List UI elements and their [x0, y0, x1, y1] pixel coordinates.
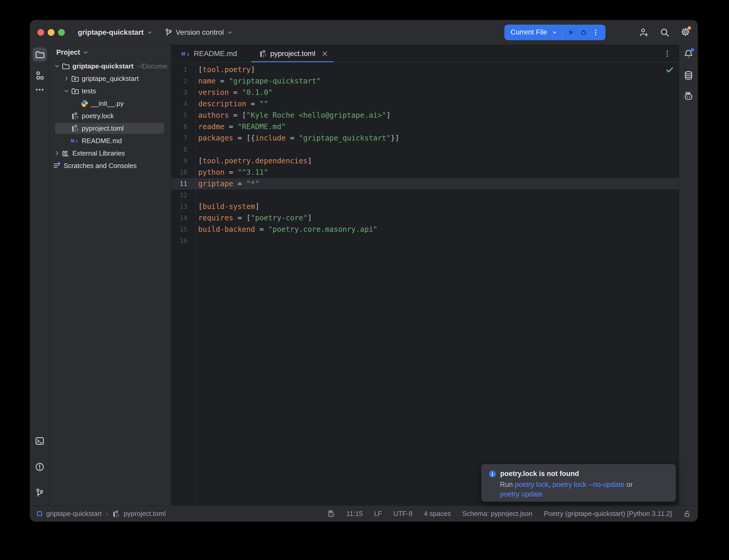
scratches-icon [53, 162, 61, 170]
markdown-icon [71, 138, 79, 144]
problems-tool-button[interactable] [33, 460, 47, 474]
breadcrumb-project[interactable]: griptape-quickstart [46, 510, 102, 518]
tree-item-root[interactable]: griptape-quickstart ~/Docume [50, 60, 171, 72]
tree-item-label: tests [82, 87, 96, 95]
version-control-tool-button[interactable] [33, 486, 47, 500]
ai-assistant-status-icon[interactable] [327, 510, 335, 518]
titlebar-actions [639, 27, 690, 38]
toml-file-icon [71, 112, 79, 120]
json-schema[interactable]: Schema: pyproject.json [462, 510, 532, 518]
notification-text: Run [500, 481, 515, 488]
poetry-lock-no-update-link[interactable]: poetry lock --no-update [553, 481, 625, 488]
more-run-options-icon[interactable] [592, 29, 599, 36]
tree-item-scratches[interactable]: Scratches and Consoles [50, 159, 171, 172]
tree-item-poetry-lock[interactable]: poetry.lock [50, 110, 171, 122]
search-everywhere-icon[interactable] [660, 28, 669, 37]
indent-style[interactable]: 4 spaces [424, 510, 451, 518]
project-panel-title: Project [56, 48, 80, 57]
poetry-update-link[interactable]: poetry update [500, 490, 543, 498]
editor-tab-bar: README.md pyproject.toml [171, 45, 679, 62]
run-button[interactable] [567, 29, 575, 36]
title-bar: griptape-quickstart Version control Curr… [30, 20, 698, 45]
git-branch-icon [164, 28, 173, 37]
terminal-tool-button[interactable] [33, 434, 47, 448]
more-tool-windows-button[interactable] [33, 83, 47, 97]
ai-assistant-icon[interactable] [684, 92, 693, 101]
code-line: 7packages = [{include = "griptape_quicks… [171, 132, 679, 144]
tree-item-label: griptape-quickstart [72, 62, 134, 70]
line-number: 11 [171, 178, 196, 190]
tab-pyproject[interactable]: pyproject.toml [251, 45, 333, 62]
code-line: 2name = "griptape-quickstart" [171, 75, 679, 87]
project-widget[interactable]: griptape-quickstart [78, 28, 152, 37]
settings-button[interactable] [681, 27, 690, 38]
python-interpreter[interactable]: Poetry (griptape-quickstart) [Python 3.1… [544, 510, 672, 518]
vcs-widget[interactable]: Version control [164, 28, 233, 37]
line-number: 16 [171, 235, 196, 247]
minimize-window-button[interactable] [48, 29, 54, 36]
database-icon[interactable] [684, 71, 693, 80]
folder-icon [71, 75, 79, 82]
poetry-lock-link[interactable]: poetry lock [515, 481, 549, 488]
code-lines: 1[tool.poetry]2name = "griptape-quicksta… [171, 62, 679, 506]
project-panel: Project griptape-quickstart ~/Docume gri… [50, 45, 171, 506]
close-tab-icon[interactable] [321, 50, 328, 57]
terminal-icon [35, 436, 44, 446]
tab-label: README.md [194, 50, 237, 58]
line-number: 3 [171, 87, 196, 98]
add-user-icon[interactable] [639, 28, 649, 37]
project-tool-button[interactable] [33, 47, 47, 61]
chevron-down-icon [54, 63, 60, 69]
tree-item-external-libraries[interactable]: External Libraries [50, 147, 171, 159]
line-ending[interactable]: LF [374, 510, 382, 518]
info-icon [489, 470, 496, 478]
left-tool-strip [30, 45, 50, 506]
file-encoding[interactable]: UTF-8 [393, 510, 413, 518]
project-widget-label: griptape-quickstart [78, 28, 144, 37]
run-config-selector[interactable]: Current File [511, 28, 547, 36]
tree-item-label: README.md [82, 137, 122, 145]
debug-button[interactable] [580, 29, 587, 36]
project-panel-header[interactable]: Project [50, 45, 171, 60]
vcs-widget-label: Version control [176, 28, 224, 37]
tree-item-griptape-quickstart-pkg[interactable]: griptape_quickstart [50, 72, 171, 85]
line-number: 7 [171, 132, 196, 144]
inspections-ok-icon[interactable] [665, 66, 674, 74]
editor-options-icon[interactable] [663, 50, 671, 58]
tree-item-readme-md[interactable]: README.md [50, 135, 171, 147]
notification-body: Run poetry lock, poetry lock --no-update… [500, 480, 669, 499]
main-area: Project griptape-quickstart ~/Docume gri… [30, 45, 698, 506]
code-line: 16 [171, 235, 679, 247]
close-window-button[interactable] [37, 29, 44, 36]
structure-tool-button[interactable] [33, 69, 47, 83]
line-number: 5 [171, 110, 196, 121]
code-line: 6readme = "README.md" [171, 121, 679, 132]
toml-file-icon [112, 510, 120, 517]
editor-column: README.md pyproject.toml 1[tool.poetry]2… [171, 45, 679, 506]
breadcrumb-separator: › [106, 510, 108, 518]
editor[interactable]: 1[tool.poetry]2name = "griptape-quicksta… [171, 62, 679, 506]
notification-popup: poetry.lock is not found Run poetry lock… [481, 464, 676, 502]
tree-item-tests[interactable]: tests [50, 85, 171, 97]
line-number: 6 [171, 121, 196, 132]
tree-item-init-py[interactable]: __init__.py [50, 97, 171, 110]
code-line: 8 [171, 144, 679, 155]
toml-file-icon [259, 50, 267, 58]
status-bar: griptape-quickstart › pyproject.toml 11:… [30, 506, 698, 522]
cursor-position[interactable]: 11:15 [346, 510, 363, 518]
project-tree: griptape-quickstart ~/Docume griptape_qu… [50, 60, 171, 172]
tree-item-label: griptape_quickstart [82, 75, 139, 83]
tree-item-label: poetry.lock [82, 112, 114, 120]
tab-readme[interactable]: README.md [173, 45, 245, 62]
breadcrumb-file[interactable]: pyproject.toml [124, 510, 166, 518]
breadcrumbs: griptape-quickstart › pyproject.toml [37, 510, 165, 518]
code-line: 4description = "" [171, 98, 679, 110]
unlocked-icon[interactable] [683, 510, 691, 517]
zoom-window-button[interactable] [58, 29, 65, 36]
tree-item-label: pyproject.toml [82, 124, 124, 132]
tree-item-path: ~/Docume [137, 62, 168, 70]
line-number: 10 [171, 167, 196, 178]
notifications-tool-button[interactable] [684, 49, 693, 59]
tree-item-pyproject-toml[interactable]: pyproject.toml [50, 122, 171, 135]
window-controls [37, 29, 65, 36]
